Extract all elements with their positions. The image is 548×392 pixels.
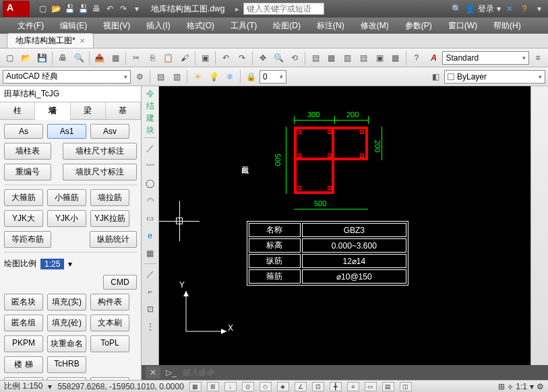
btn-qzb[interactable]: 墙柱表: [4, 143, 51, 160]
panel-tab-zhu[interactable]: 柱: [0, 102, 35, 119]
vtool-circle-icon[interactable]: ◯: [143, 176, 158, 191]
plot-btn[interactable]: 🖶: [55, 51, 70, 65]
new-btn[interactable]: ▢: [3, 51, 18, 65]
btn-as[interactable]: As: [4, 124, 43, 139]
sun-icon[interactable]: ☀: [190, 69, 205, 84]
vtool-arc-icon[interactable]: ◠: [143, 193, 158, 208]
menu-draw[interactable]: 绘图(D): [266, 18, 307, 34]
scale-dropdown-icon[interactable]: ▾: [68, 259, 72, 269]
login-button[interactable]: 👤 登录 ▾: [465, 3, 501, 15]
btn-stair[interactable]: 楼 梯: [4, 356, 43, 373]
menu-view[interactable]: 视图(V): [96, 18, 137, 34]
btn-yjk-big[interactable]: YJK大: [4, 210, 43, 227]
btn-qz-dim2[interactable]: 墙肢尺寸标注: [63, 164, 137, 181]
blockedit-btn[interactable]: ▣: [198, 51, 213, 65]
freeze-icon[interactable]: ❄: [222, 69, 237, 84]
ducs-btn[interactable]: ⊡: [312, 382, 324, 391]
status-gear-icon[interactable]: ⚙: [537, 382, 544, 391]
pan-btn[interactable]: ✥: [255, 51, 270, 65]
cut-btn[interactable]: ✂: [129, 51, 144, 65]
window-controls-icon[interactable]: ▾: [533, 3, 545, 15]
btn-cmd[interactable]: CMD: [103, 275, 137, 290]
open-btn[interactable]: 📂: [19, 51, 34, 65]
dyn-btn[interactable]: ╋: [330, 382, 342, 391]
new-icon[interactable]: ▢: [36, 3, 49, 15]
vtool-ellipse-icon[interactable]: e: [143, 228, 158, 243]
vtool-more4-icon[interactable]: ⋮: [143, 319, 158, 334]
command-input[interactable]: [182, 368, 544, 377]
publish-btn[interactable]: 📤: [92, 51, 107, 65]
textstyle-combo[interactable]: Standard▾: [442, 51, 529, 65]
btn-rebarstat[interactable]: 纵筋统计: [90, 231, 137, 248]
match-btn[interactable]: 🖌: [177, 51, 192, 65]
exchange-icon[interactable]: ✕: [504, 3, 516, 15]
menu-modify[interactable]: 修改(M): [354, 18, 396, 34]
vtool-3[interactable]: 块: [146, 125, 154, 135]
vtool-1[interactable]: 结: [146, 101, 154, 110]
otrack-btn[interactable]: ∠: [295, 382, 307, 391]
color-btn[interactable]: ◧: [428, 69, 443, 84]
btn-tie[interactable]: 墙拉筋: [90, 189, 129, 206]
quickcalc-btn[interactable]: ▦: [388, 51, 403, 65]
vtool-more2-icon[interactable]: ⌐: [143, 284, 158, 299]
btn-qz-dim[interactable]: 墙柱尺寸标注: [63, 143, 137, 160]
btn-tchrb[interactable]: TcHRB: [47, 356, 86, 373]
btn-asv[interactable]: Asv: [90, 124, 129, 139]
grid-btn[interactable]: ⊞: [207, 382, 219, 391]
open-icon[interactable]: 📂: [50, 3, 62, 15]
btn-renum[interactable]: 重编号: [4, 164, 51, 181]
bulb-icon[interactable]: 💡: [206, 69, 221, 84]
vtool-hatch-icon[interactable]: ▦: [143, 246, 158, 261]
zoomprev-btn[interactable]: ⟲: [287, 51, 302, 65]
btn-hatch-conc[interactable]: 填充(砼): [47, 315, 86, 331]
help-icon[interactable]: ?: [518, 3, 530, 15]
layer-btn[interactable]: ▤: [153, 69, 168, 84]
menu-insert[interactable]: 插入(I): [140, 18, 177, 34]
lwt-btn[interactable]: ≡: [347, 382, 359, 391]
save-icon[interactable]: 💾: [63, 3, 75, 15]
status-annoscale[interactable]: 1:1: [516, 382, 527, 391]
menu-format[interactable]: 格式(O): [180, 18, 221, 34]
btn-eqspace[interactable]: 等距布筋: [4, 231, 51, 248]
undo-btn[interactable]: ↶: [218, 51, 233, 65]
vtool-rect-icon[interactable]: ▭: [143, 211, 158, 226]
btn-yjk-small[interactable]: YJK小: [47, 210, 86, 227]
menu-help[interactable]: 帮助(H): [487, 18, 528, 34]
sc-btn[interactable]: ◫: [400, 382, 412, 391]
menu-window[interactable]: 窗口(W): [442, 18, 484, 34]
panel-tab-qiang[interactable]: 墙: [35, 102, 70, 120]
ws-gear-icon[interactable]: ⚙: [132, 69, 147, 84]
btn-as1[interactable]: As1: [47, 124, 86, 139]
help-btn[interactable]: ?: [409, 51, 424, 65]
saveas-icon[interactable]: 💾: [77, 3, 89, 15]
zoom-btn[interactable]: 🔍: [272, 51, 286, 65]
qp-btn[interactable]: ▤: [382, 382, 394, 391]
save-btn[interactable]: 💾: [35, 51, 50, 65]
textstyle-btn[interactable]: A: [427, 51, 442, 65]
btn-blockrename[interactable]: 块重命名: [47, 335, 86, 352]
layer-color-combo[interactable]: ByLayer▾: [444, 70, 545, 84]
status-model-icon[interactable]: ⊞: [498, 382, 505, 391]
undo-icon[interactable]: ↶: [104, 3, 116, 15]
prop-combo[interactable]: 0▾: [260, 70, 286, 84]
vtool-pline-icon[interactable]: 〰: [143, 158, 158, 173]
cmd-close-icon[interactable]: ✕: [146, 366, 160, 379]
btn-smallhoop[interactable]: 小箍筋: [47, 189, 86, 206]
panel-tab-ji[interactable]: 基: [106, 102, 141, 119]
btn-topl[interactable]: ToPL: [90, 335, 129, 352]
3dosnap-btn[interactable]: ◈: [277, 382, 289, 391]
menu-dimension[interactable]: 标注(N): [310, 18, 351, 34]
style-more[interactable]: ≡: [530, 51, 545, 65]
vtool-0[interactable]: 令: [146, 89, 154, 98]
btn-member-table[interactable]: 构件表: [90, 294, 129, 311]
app-menu-button[interactable]: [3, 1, 30, 17]
menu-parametric[interactable]: 参数(P): [398, 18, 439, 34]
qat-more-icon[interactable]: ▾: [131, 3, 143, 15]
ssm-btn[interactable]: ▤: [357, 51, 371, 65]
menu-file[interactable]: 文件(F): [11, 18, 51, 34]
polar-btn[interactable]: ⊙: [242, 382, 254, 391]
layeriso-btn[interactable]: ▥: [169, 69, 184, 84]
3ddwf-btn[interactable]: ▦: [109, 51, 123, 65]
snap-btn[interactable]: ▦: [189, 382, 202, 391]
scale-value[interactable]: 1:25: [40, 259, 64, 269]
